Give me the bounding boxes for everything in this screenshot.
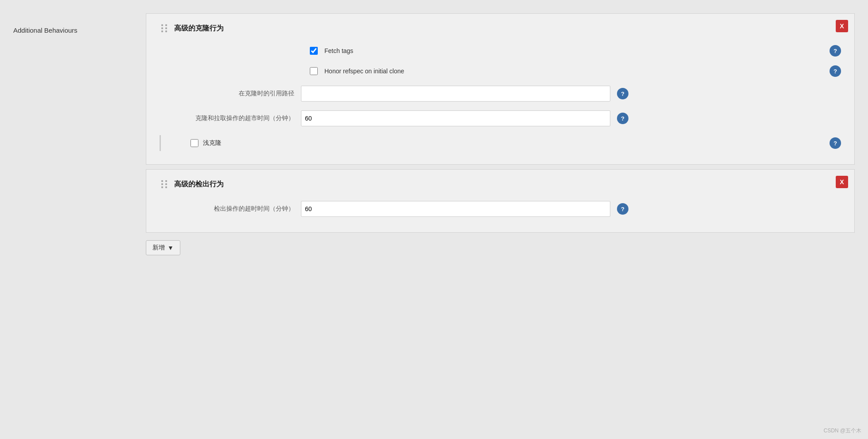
honor-refspec-checkbox[interactable] xyxy=(310,67,318,75)
fetch-tags-label: Fetch tags xyxy=(324,47,353,54)
clone-behaviour-block: X 高级的克隆行为 Fetch tags xyxy=(146,13,855,165)
add-btn-arrow: ▼ xyxy=(168,244,174,251)
behaviours-content: X 高级的克隆行为 Fetch tags xyxy=(146,13,855,262)
shallow-clone-label: 浅克隆 xyxy=(203,139,221,147)
checkout-block-title: 高级的检出行为 xyxy=(174,180,224,189)
drag-handle-clone[interactable] xyxy=(160,23,170,34)
reference-path-row: 在克隆时的引用路径 ? xyxy=(160,86,841,102)
drag-handle-dots-checkout xyxy=(161,180,168,188)
clone-timeout-input[interactable] xyxy=(301,110,610,126)
close-checkout-block-button[interactable]: X xyxy=(836,176,848,188)
shallow-clone-checkbox[interactable] xyxy=(190,139,198,147)
drag-handle-dots xyxy=(161,24,168,32)
shallow-clone-row: 浅克隆 ? xyxy=(160,135,841,151)
checkout-timeout-row: 检出操作的超时时间（分钟） ? xyxy=(160,201,841,217)
shallow-clone-help-icon[interactable]: ? xyxy=(830,137,841,149)
checkout-block-header: 高级的检出行为 xyxy=(160,178,841,190)
add-behaviour-button[interactable]: 新增 ▼ xyxy=(146,240,180,255)
clone-timeout-row: 克隆和拉取操作的超市时间（分钟） ? xyxy=(160,110,841,126)
clone-block-header: 高级的克隆行为 xyxy=(160,23,841,34)
add-btn-label: 新增 xyxy=(152,244,165,252)
watermark-text: CSDN @五个木 xyxy=(823,427,861,435)
checkout-timeout-help-icon[interactable]: ? xyxy=(617,203,628,215)
checkout-behaviour-block: X 高级的检出行为 检出操作的超时时间（分钟） ? xyxy=(146,169,855,233)
drag-handle-checkout[interactable] xyxy=(160,178,170,190)
honor-refspec-row: Honor refspec on initial clone ? xyxy=(160,65,841,77)
honor-refspec-label: Honor refspec on initial clone xyxy=(324,68,404,75)
checkout-timeout-label: 检出操作的超时时间（分钟） xyxy=(160,205,301,213)
close-clone-block-button[interactable]: X xyxy=(836,20,848,32)
honor-refspec-help-icon[interactable]: ? xyxy=(830,65,841,77)
fetch-tags-row: Fetch tags ? xyxy=(160,45,841,57)
fetch-tags-help-icon[interactable]: ? xyxy=(830,45,841,57)
reference-path-input[interactable] xyxy=(301,86,610,102)
fetch-tags-checkbox[interactable] xyxy=(310,47,318,55)
clone-timeout-help-icon[interactable]: ? xyxy=(617,113,628,124)
clone-timeout-label: 克隆和拉取操作的超市时间（分钟） xyxy=(160,114,301,122)
actions-row: 新增 ▼ xyxy=(146,234,855,262)
reference-path-label: 在克隆时的引用路径 xyxy=(160,90,301,98)
clone-block-title: 高级的克隆行为 xyxy=(174,24,224,33)
additional-behaviours-label: Additional Behaviours xyxy=(13,13,146,34)
reference-path-help-icon[interactable]: ? xyxy=(617,88,628,99)
checkout-timeout-input[interactable] xyxy=(301,201,610,217)
